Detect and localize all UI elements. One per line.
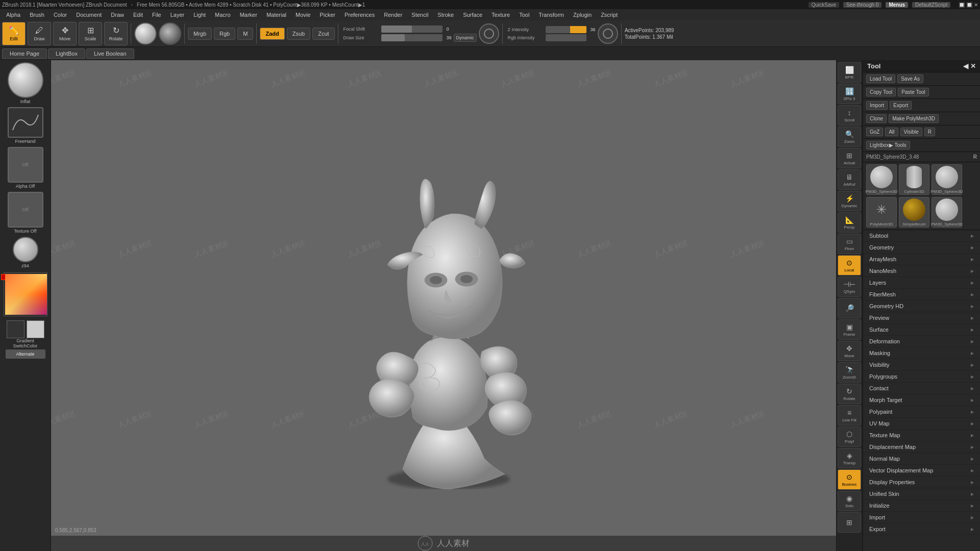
tab-live-boolean[interactable]: Live Boolean (86, 48, 134, 59)
smooth-dial[interactable] (598, 23, 618, 44)
menu-texture[interactable]: Texture (487, 11, 514, 19)
default-zscript-btn[interactable]: DefaultZScript (912, 2, 950, 8)
menu-polygroups[interactable]: Polygroups (863, 371, 980, 383)
menu-tool[interactable]: Tool (515, 11, 533, 19)
floor-btn[interactable]: ▭ Floor (838, 234, 861, 254)
zsub-btn[interactable]: Zsub (287, 28, 310, 40)
edit-button[interactable]: ✏️ Edit (2, 22, 26, 45)
menu-render[interactable]: Render (380, 11, 406, 19)
panel-collapse-btn[interactable]: ◀ (963, 62, 968, 70)
tool-thumb-sphere1[interactable]: PM3D_Sphere3D (866, 164, 897, 195)
export-top-btn[interactable]: Export (890, 101, 912, 110)
dynamic-btn[interactable]: ⚡ Dynamic (838, 191, 861, 211)
quick-save-btn[interactable]: QuickSave (808, 2, 839, 8)
menu-layer[interactable]: Layer (166, 11, 189, 19)
menu-initialize[interactable]: Initialize (863, 500, 980, 512)
persp-btn[interactable]: 📐 Persp (838, 212, 861, 233)
actual-btn[interactable]: ⊞ Actual (838, 148, 861, 168)
menu-uv-map[interactable]: UV Map (863, 418, 980, 430)
save-as-btn[interactable]: Save As (897, 74, 923, 83)
mrgb-btn[interactable]: Mrgb (188, 28, 212, 40)
menu-draw[interactable]: Draw (107, 11, 128, 19)
move-strip-btn[interactable]: ✥ Move (838, 341, 861, 361)
search-btn[interactable]: 🔎 (838, 298, 861, 318)
menu-light[interactable]: Light (189, 11, 210, 19)
color-hue-sat[interactable] (5, 274, 47, 315)
menu-geometry[interactable]: Geometry (863, 242, 980, 254)
menu-surface[interactable]: Surface (863, 324, 980, 336)
menu-macro[interactable]: Macro (211, 11, 235, 19)
menu-surface[interactable]: Surface (459, 11, 486, 19)
menu-vector-displacement-map[interactable]: Vector Displacement Map (863, 465, 980, 477)
menu-masking[interactable]: Masking (863, 347, 980, 359)
menu-displacement-map[interactable]: Displacement Map (863, 441, 980, 453)
alpha-off-tool[interactable]: Off Alpha Off (3, 147, 48, 189)
m-btn[interactable]: M (237, 28, 253, 40)
draw-size-slider[interactable] (381, 34, 443, 41)
menu-transform[interactable]: Transform (534, 11, 568, 19)
menu-unified-skin[interactable]: Unified Skin (863, 488, 980, 500)
r-btn[interactable]: R (924, 128, 935, 136)
frame-btn[interactable]: ▣ Frame (838, 319, 861, 340)
menu-polypaint[interactable]: Polypaint (863, 406, 980, 418)
tab-lightbox[interactable]: LightBox (48, 48, 85, 59)
bpr-btn[interactable]: ⬜ BPR (838, 62, 861, 83)
rgb-btn[interactable]: Rgb (214, 28, 235, 40)
menu-marker[interactable]: Marker (236, 11, 261, 19)
color-picker[interactable] (4, 272, 47, 316)
menu-nanomesh[interactable]: NanoMesh (863, 265, 980, 277)
dynamic-btn[interactable]: Dynamic (454, 34, 477, 42)
zcut-btn[interactable]: Zcut (312, 28, 334, 40)
spix-btn[interactable]: 🔢 SPix 3 (838, 84, 861, 104)
menu-display-properties[interactable]: Display Properties (863, 477, 980, 488)
panel-close-btn[interactable]: ✕ (970, 62, 976, 70)
menu-stencil[interactable]: Stencil (407, 11, 432, 19)
zoomd-btn[interactable]: 🔭 ZoomD (838, 362, 861, 383)
rgb-intensity-slider[interactable] (546, 34, 586, 41)
menu-zscript[interactable]: Zscript (597, 11, 622, 19)
import-top-btn[interactable]: Import (866, 101, 888, 110)
render-preview[interactable] (159, 22, 181, 45)
menu-brush[interactable]: Brush (26, 11, 48, 19)
busines-btn[interactable]: ⊙ Busines (838, 469, 861, 490)
focal-shift-slider[interactable] (381, 26, 443, 33)
menu-fibermesh[interactable]: FiberMesh (863, 289, 980, 300)
load-tool-btn[interactable]: Load Tool (866, 74, 895, 83)
menu-edit[interactable]: Edit (129, 11, 147, 19)
menu-morph-target[interactable]: Morph Target (863, 394, 980, 406)
menu-picker[interactable]: Picker (315, 11, 339, 19)
aaruf-btn[interactable]: 🖥 AARuf (838, 169, 861, 190)
z94-tool[interactable]: z94 (3, 237, 48, 268)
menu-export[interactable]: Export (863, 523, 980, 535)
menu-import[interactable]: Import (863, 512, 980, 523)
move-button[interactable]: ✥ Move (53, 22, 77, 45)
alternate-btn[interactable]: Alternate (6, 349, 45, 359)
menu-arraymesh[interactable]: ArrayMesh (863, 254, 980, 265)
tool-thumb-sphere3[interactable]: PM3D_Sphere3E (932, 197, 962, 228)
menu-alpha[interactable]: Alpha (2, 11, 24, 19)
goz-btn[interactable]: GoZ (866, 128, 883, 136)
light-swatch[interactable] (27, 320, 44, 338)
menu-file[interactable]: File (148, 11, 165, 19)
menu-normal-map[interactable]: Normal Map (863, 453, 980, 465)
paste-tool-btn[interactable]: Paste Tool (898, 88, 929, 96)
extra-btn1[interactable]: ⊞ (838, 512, 861, 533)
texture-off-tool[interactable]: Off Texture Off (3, 192, 48, 234)
scroll-btn[interactable]: ↕ Scroll (838, 105, 861, 126)
scale-button[interactable]: ⊞ Scale (79, 22, 102, 45)
make-polymesh-btn[interactable]: Make PolyMesh3D (889, 114, 939, 123)
menu-stroke[interactable]: Stroke (433, 11, 458, 19)
draw-button[interactable]: 🖊 Draw (28, 22, 51, 45)
menu-color[interactable]: Color (50, 11, 71, 19)
all-btn[interactable]: All (885, 128, 898, 136)
tool-thumb-polymesh[interactable]: ✳ PolyMesh3D (866, 197, 897, 228)
menu-preview[interactable]: Preview (863, 312, 980, 324)
brush-size-dial[interactable] (479, 23, 499, 44)
rotate-button[interactable]: ↻ Rotate (104, 22, 128, 45)
tab-home-page[interactable]: Home Page (2, 48, 47, 59)
freehand-tool[interactable]: FreeHand (3, 107, 48, 144)
menu-deformation[interactable]: Deformation (863, 336, 980, 347)
linefill-btn[interactable]: ≡ Line Fill (838, 405, 861, 425)
menu-document[interactable]: Document (72, 11, 106, 19)
zadd-btn[interactable]: Zadd (260, 28, 284, 40)
